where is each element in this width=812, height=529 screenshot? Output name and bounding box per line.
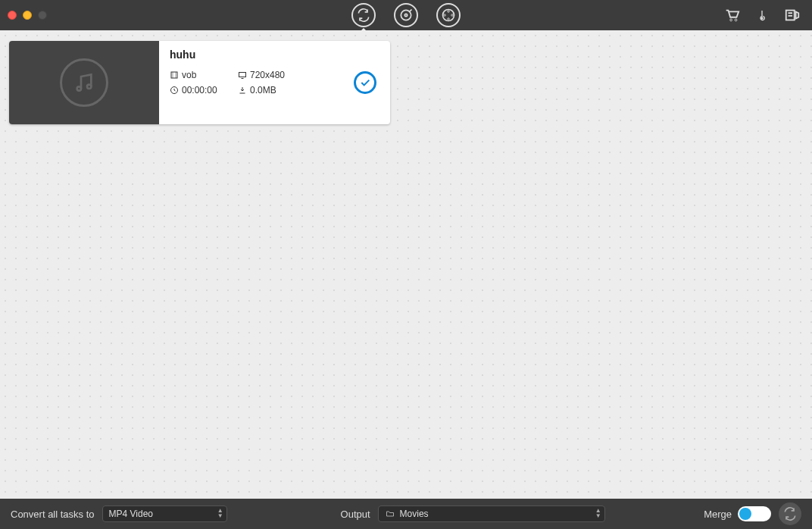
tab-rip[interactable] <box>394 3 418 27</box>
task-info: huhu vob 720x480 00:00:00 0.0MB <box>159 41 390 124</box>
close-window-button[interactable] <box>8 11 17 20</box>
cart-icon[interactable] <box>723 7 741 23</box>
svg-rect-14 <box>239 73 246 77</box>
svg-point-6 <box>451 14 454 17</box>
svg-point-11 <box>77 86 81 90</box>
task-size-value: 0.0MB <box>250 85 276 95</box>
select-arrows-icon: ▲▼ <box>595 508 601 518</box>
download-icon <box>238 86 247 95</box>
window-controls <box>8 11 47 20</box>
svg-point-5 <box>444 14 446 17</box>
clock-icon <box>170 86 179 95</box>
mode-tabs <box>351 3 461 27</box>
svg-point-12 <box>87 85 91 89</box>
minimize-window-button[interactable] <box>23 11 32 20</box>
svg-point-8 <box>735 19 737 21</box>
merge-label: Merge <box>704 509 732 520</box>
merge-group: Merge <box>704 506 771 521</box>
bottombar: Convert all tasks to MP4 Video ▲▼ Output… <box>0 499 812 529</box>
output-folder-select[interactable]: Movies ▲▼ <box>378 506 605 522</box>
task-thumbnail <box>9 41 159 124</box>
svg-point-3 <box>448 11 450 13</box>
task-resolution-value: 720x480 <box>250 70 285 80</box>
svg-point-1 <box>404 14 407 16</box>
task-format-value: vob <box>182 70 196 80</box>
tab-movie[interactable] <box>436 3 461 27</box>
svg-point-2 <box>443 10 454 21</box>
tab-convert[interactable] <box>351 3 376 27</box>
output-folder-value: Movies <box>400 509 429 519</box>
task-duration: 00:00:00 <box>170 85 238 95</box>
merge-toggle[interactable] <box>738 506 771 521</box>
select-arrows-icon: ▲▼ <box>217 508 223 518</box>
convert-label: Convert all tasks to <box>11 509 95 520</box>
convert-format-select[interactable]: MP4 Video ▲▼ <box>102 506 227 522</box>
svg-rect-13 <box>171 72 177 78</box>
fullscreen-window-button[interactable] <box>38 11 47 20</box>
output-label: Output <box>341 509 370 520</box>
film-reel-icon <box>441 8 456 23</box>
thermometer-icon[interactable] <box>756 7 768 23</box>
start-convert-button[interactable] <box>779 502 801 525</box>
task-title: huhu <box>170 49 379 61</box>
convert-icon <box>356 8 371 23</box>
task-card[interactable]: huhu vob 720x480 00:00:00 0.0MB <box>9 41 390 124</box>
monitor-icon <box>238 70 247 80</box>
task-status-button[interactable] <box>354 71 376 94</box>
folder-icon <box>385 509 395 518</box>
film-icon <box>170 70 179 80</box>
task-list: huhu vob 720x480 00:00:00 0.0MB <box>0 30 812 499</box>
disc-rip-icon <box>398 8 414 23</box>
task-duration-value: 00:00:00 <box>182 85 217 95</box>
convert-format-value: MP4 Video <box>109 509 153 519</box>
check-icon <box>359 77 371 89</box>
svg-point-4 <box>448 18 450 20</box>
titlebar-right-actions <box>723 7 801 23</box>
task-resolution: 720x480 <box>238 70 321 80</box>
svg-point-7 <box>730 19 732 21</box>
task-format: vob <box>170 70 238 80</box>
toggle-knob <box>739 508 751 520</box>
task-size: 0.0MB <box>238 85 321 95</box>
svg-point-9 <box>761 17 764 20</box>
music-disc-icon <box>60 58 108 107</box>
convert-run-icon <box>782 506 798 521</box>
titlebar <box>0 0 812 30</box>
media-library-icon[interactable] <box>783 7 801 23</box>
